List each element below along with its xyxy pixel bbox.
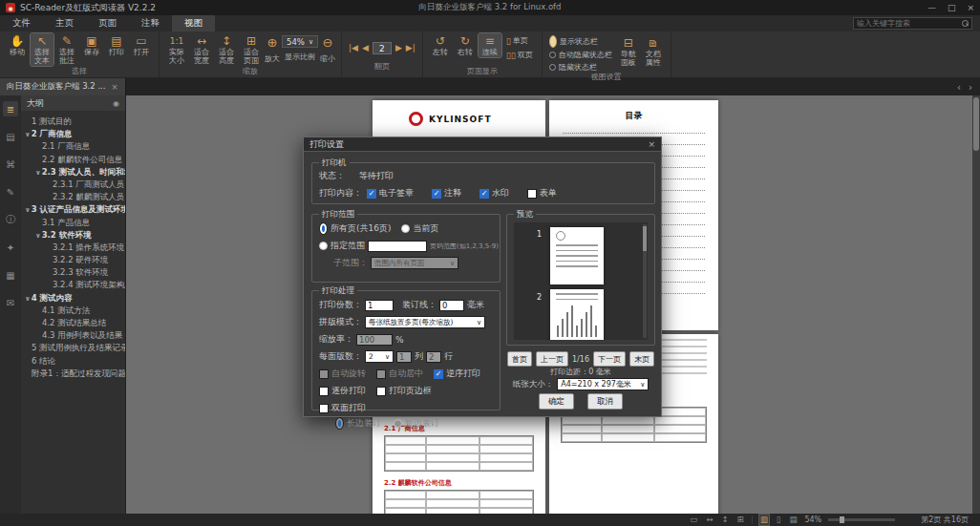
zoom-ratio-select[interactable]: 54%∨ bbox=[282, 35, 318, 48]
prev-page-button[interactable]: ◀ bbox=[362, 43, 369, 53]
status-fit-height-icon[interactable]: ↕ bbox=[720, 515, 729, 525]
current-page-radio[interactable] bbox=[401, 224, 410, 233]
select-text-button[interactable]: ↖选择文本 bbox=[31, 33, 53, 66]
facing-pages-button[interactable]: ▯▯双页 bbox=[504, 49, 535, 61]
imposition-mode-select[interactable]: 每张纸放置多页(每次缩放)∨ bbox=[365, 316, 485, 328]
save-button[interactable]: ▣保存 bbox=[80, 33, 103, 57]
first-page-button[interactable]: |◀ bbox=[349, 43, 358, 53]
actual-size-button[interactable]: 1:1实际大小 bbox=[165, 33, 188, 66]
pages-per-side-select[interactable]: 2∨ bbox=[365, 350, 394, 363]
continuous-view-button[interactable]: ≡连续 bbox=[479, 33, 501, 57]
info-panel-icon[interactable]: ⓘ bbox=[3, 212, 18, 227]
handling-checkbox-b-0[interactable] bbox=[319, 387, 329, 396]
thumbnails-panel-icon[interactable]: ▤ bbox=[3, 129, 18, 144]
single-page-button[interactable]: ▯单页 bbox=[504, 34, 535, 47]
rotate-left-button[interactable]: ↺左转 bbox=[429, 33, 452, 57]
search-input[interactable] bbox=[857, 19, 962, 28]
status-fit-page-icon[interactable]: ⊞ bbox=[736, 515, 745, 525]
preview-thumbnail-1[interactable] bbox=[550, 227, 604, 284]
outline-item[interactable]: 3.2.3 软件环境 bbox=[21, 266, 125, 279]
tab-close-icon[interactable]: × bbox=[112, 82, 118, 92]
maximize-button[interactable]: □ bbox=[948, 3, 956, 12]
outline-item[interactable]: 4.1 测试方法 bbox=[21, 305, 125, 317]
annotations-panel-icon[interactable]: ✎ bbox=[3, 184, 18, 200]
print-content-checkbox-1[interactable]: ✓ bbox=[432, 189, 441, 199]
outline-item[interactable]: 4.3 用例列表以及结果 bbox=[21, 329, 125, 342]
outline-item[interactable]: 4.2 测试结果总结 bbox=[21, 317, 125, 329]
outline-item[interactable]: ∨3 认证产品信息及测试环境 bbox=[21, 203, 125, 216]
close-button[interactable]: × bbox=[967, 3, 974, 12]
preview-thumbnail-2[interactable] bbox=[550, 289, 604, 340]
statusbar-visibility-radio-1[interactable]: 自动隐藏状态栏 bbox=[549, 50, 612, 60]
copies-input[interactable] bbox=[365, 300, 394, 311]
tab-scroll-left-icon[interactable]: ‹ bbox=[957, 82, 961, 93]
menu-item-2[interactable]: 页面 bbox=[86, 15, 129, 32]
fit-page-button[interactable]: ⊞适合页面 bbox=[240, 33, 263, 66]
layers-panel-icon[interactable]: ▦ bbox=[3, 267, 18, 283]
outline-item[interactable]: 2.2 麒麟软件公司信息 bbox=[21, 154, 125, 166]
preview-scrollbar-thumb[interactable] bbox=[643, 226, 647, 251]
select-annotation-button[interactable]: ✎选择批注 bbox=[55, 33, 78, 66]
print-content-checkbox-3[interactable] bbox=[527, 189, 537, 199]
next-page-button[interactable]: ▶ bbox=[395, 43, 402, 53]
document-properties-button[interactable]: 🗈文档属性 bbox=[642, 35, 665, 68]
status-fit-width-icon[interactable]: ↔ bbox=[705, 515, 714, 525]
menu-item-4[interactable]: 视图 bbox=[172, 15, 215, 32]
all-pages-radio[interactable] bbox=[319, 222, 328, 235]
tab-scroll-right-icon[interactable]: › bbox=[969, 82, 972, 93]
vertical-scrollbar[interactable] bbox=[972, 95, 980, 514]
handling-checkbox-b-1[interactable] bbox=[376, 387, 386, 396]
outline-panel-icon[interactable]: ≣ bbox=[3, 101, 18, 116]
status-facing-pages-icon[interactable]: ▤ bbox=[788, 515, 798, 525]
preview-last-button[interactable]: 末页 bbox=[629, 351, 654, 367]
outline-item[interactable]: ∨2.3 测试人员、时间和地点 bbox=[21, 166, 125, 179]
page-number-input[interactable]: 2 bbox=[373, 42, 392, 54]
outline-item[interactable]: 3.2.4 测试环境架构及说明 bbox=[21, 279, 125, 291]
statusbar-visibility-radio-2[interactable]: 隐藏状态栏 bbox=[549, 62, 612, 73]
zoom-in-button[interactable]: ⊕放大 bbox=[265, 33, 280, 64]
outline-item[interactable]: ∨3.2 软件环境 bbox=[21, 229, 125, 242]
paper-size-select[interactable]: A4=210 x 297毫米∨ bbox=[557, 378, 649, 390]
status-single-page-icon[interactable]: ▯ bbox=[776, 515, 782, 525]
preview-next-button[interactable]: 下一页 bbox=[593, 351, 626, 367]
outline-item[interactable]: 2.3.2 麒麟测试人员 bbox=[21, 191, 125, 203]
outline-item[interactable]: ∨2 厂商信息 bbox=[21, 128, 125, 140]
outline-item[interactable]: 1 测试目的 bbox=[21, 116, 125, 128]
preview-first-button[interactable]: 首页 bbox=[507, 351, 532, 367]
fit-height-button[interactable]: ↕适合高度 bbox=[215, 33, 238, 66]
expand-arrow-icon[interactable]: ∨ bbox=[25, 295, 31, 303]
outline-item[interactable]: 2.1 厂商信息 bbox=[21, 140, 125, 153]
expand-arrow-icon[interactable]: ∨ bbox=[25, 131, 31, 138]
custom-range-radio[interactable] bbox=[319, 242, 328, 250]
menu-item-0[interactable]: 文件 bbox=[0, 15, 43, 32]
attachments-panel-icon[interactable]: ✉ bbox=[3, 295, 18, 310]
page-range-input[interactable] bbox=[368, 241, 427, 252]
zoom-slider[interactable] bbox=[828, 518, 895, 521]
outline-item[interactable]: 3.1 产品信息 bbox=[21, 217, 125, 229]
outline-item[interactable]: 5 测试用例执行及结果记录 bbox=[21, 342, 125, 354]
binding-input[interactable] bbox=[439, 300, 464, 311]
document-tab[interactable]: 向日葵企业版客户端 3.2 ... × bbox=[0, 78, 126, 95]
last-page-button[interactable]: ▶| bbox=[406, 43, 415, 53]
search-box[interactable] bbox=[853, 17, 972, 30]
zoom-out-button[interactable]: ⊖缩小 bbox=[320, 33, 335, 64]
rotate-right-button[interactable]: ↻右转 bbox=[454, 33, 477, 57]
minimize-button[interactable]: — bbox=[927, 3, 936, 12]
handling-checkbox-2[interactable]: ✓ bbox=[434, 369, 443, 379]
panel-pin-icon[interactable]: ◉ bbox=[113, 99, 119, 108]
duplex-checkbox[interactable] bbox=[319, 404, 329, 413]
outline-item[interactable]: 3.2.2 硬件环境 bbox=[21, 254, 125, 266]
print-button[interactable]: ▤打印 bbox=[105, 33, 128, 57]
scrollbar-thumb[interactable] bbox=[973, 97, 979, 151]
outline-item[interactable]: ∨4 测试内容 bbox=[21, 292, 125, 305]
preview-scrollbar[interactable] bbox=[643, 224, 647, 338]
zoom-slider-thumb[interactable] bbox=[840, 516, 844, 523]
open-button[interactable]: ▭打开 bbox=[130, 33, 153, 57]
print-content-checkbox-0[interactable]: ✓ bbox=[367, 189, 376, 199]
signatures-panel-icon[interactable]: ✦ bbox=[3, 240, 18, 255]
status-actual-size-icon[interactable]: ▭ bbox=[689, 515, 698, 525]
outline-item[interactable]: 2.3.1 厂商测试人员 bbox=[21, 179, 125, 191]
move-tool-button[interactable]: ✋移动 bbox=[6, 33, 29, 57]
expand-arrow-icon[interactable]: ∨ bbox=[25, 206, 31, 214]
status-continuous-icon[interactable]: ▥ bbox=[759, 515, 769, 525]
